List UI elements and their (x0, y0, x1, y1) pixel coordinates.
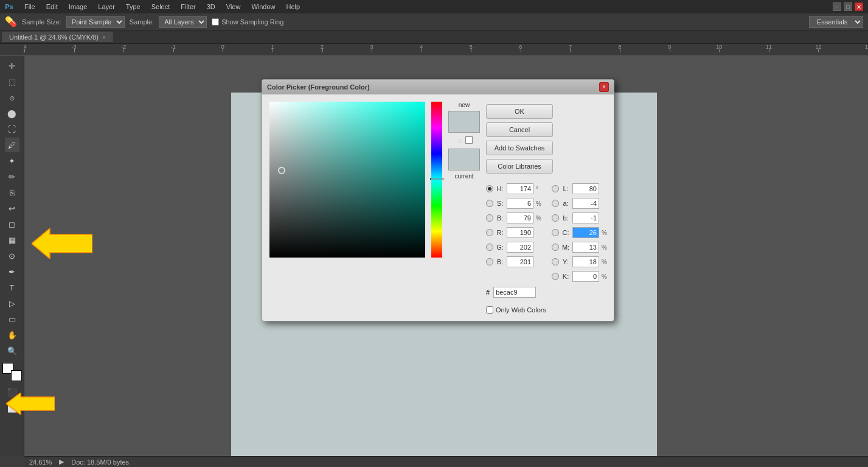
s-label: S: (496, 200, 504, 207)
menu-type[interactable]: Type (121, 2, 145, 12)
b3-input-row: b: (552, 211, 610, 225)
maximize-btn[interactable]: □ (844, 2, 852, 11)
c-radio[interactable] (552, 229, 559, 236)
menu-3d[interactable]: 3D (202, 2, 220, 12)
a-value-input[interactable] (572, 198, 599, 209)
m-value-input[interactable] (572, 242, 599, 253)
sample-layers-select[interactable]: All Layers (159, 16, 207, 28)
c-label: C: (561, 229, 570, 236)
b2-radio[interactable] (486, 258, 493, 265)
menu-help[interactable]: Help (282, 2, 305, 12)
brush-tool[interactable]: ✏ (5, 169, 19, 184)
doc-size: Doc: 18.5M/0 bytes (71, 458, 129, 466)
c-value-input[interactable] (572, 227, 599, 238)
k-value-input[interactable] (572, 271, 599, 282)
web-colors-row: Only Web Colors (486, 306, 610, 314)
dialog-close-button[interactable]: × (599, 82, 609, 92)
crop-tool[interactable]: ⛶ (5, 122, 19, 136)
document-tab[interactable]: Untitled-1 @ 24.6% (CMYK/8) × (2, 32, 113, 42)
hex-row: # (486, 287, 610, 298)
text-tool[interactable]: T (5, 280, 19, 295)
hue-bar[interactable] (431, 102, 442, 258)
s-value-input[interactable] (507, 198, 533, 209)
menu-select[interactable]: Select (147, 2, 175, 12)
b-value-input[interactable] (507, 212, 533, 223)
sample-size-select[interactable]: Point Sample (66, 16, 125, 28)
show-sampling-ring-checkbox[interactable] (212, 18, 219, 26)
ok-button[interactable]: OK (486, 104, 553, 119)
pen-tool[interactable]: ✒ (5, 264, 19, 279)
r-value-input[interactable] (507, 227, 533, 238)
color-swatches[interactable] (2, 363, 22, 381)
menu-file[interactable]: File (19, 2, 40, 12)
h-value-input[interactable] (507, 183, 533, 194)
workspace-select[interactable]: Essentials (809, 16, 863, 28)
g-radio[interactable] (486, 244, 493, 251)
history-tool[interactable]: ↩ (5, 201, 19, 216)
spectrum-cursor (278, 167, 285, 174)
h-input-row: H: ° (486, 182, 544, 195)
b3-radio[interactable] (552, 214, 559, 222)
quick-select-tool[interactable]: ⬤ (5, 106, 19, 121)
r-radio[interactable] (486, 229, 493, 236)
g-label: G: (496, 244, 504, 251)
add-to-swatches-button[interactable]: Add to Swatches (486, 141, 553, 155)
marquee-tool[interactable]: ⬚ (5, 74, 19, 89)
menu-image[interactable]: Image (64, 2, 92, 12)
g-value-input[interactable] (507, 242, 533, 253)
clone-tool[interactable]: ⎘ (5, 185, 19, 200)
gamut-warning-icon[interactable]: ⚠ (456, 136, 464, 145)
current-color-swatch (448, 149, 480, 170)
menu-layer[interactable]: Layer (93, 2, 120, 12)
y-value-input[interactable] (572, 256, 599, 267)
document-tab-close[interactable]: × (102, 34, 106, 41)
color-picker-dialog: Color Picker (Foreground Color) × new ⚠ … (262, 79, 614, 321)
move-tool[interactable]: ✛ (5, 58, 19, 73)
zoom-tool[interactable]: 🔍 (5, 343, 19, 358)
b3-value-input[interactable] (572, 212, 599, 223)
lasso-tool[interactable]: ⌾ (5, 90, 19, 105)
only-web-colors-checkbox[interactable] (486, 306, 493, 314)
a-radio[interactable] (552, 200, 559, 207)
b-label: B: (496, 214, 504, 222)
background-color[interactable] (11, 370, 22, 381)
b3-label: b: (561, 214, 570, 222)
path-select-tool[interactable]: ▷ (5, 296, 19, 311)
s-radio[interactable] (486, 200, 493, 207)
h-radio[interactable] (486, 185, 493, 192)
hand-tool[interactable]: ✋ (5, 328, 19, 342)
cancel-button[interactable]: Cancel (486, 122, 553, 137)
menu-view[interactable]: View (221, 2, 246, 12)
y-radio[interactable] (552, 258, 559, 265)
k-radio[interactable] (552, 273, 559, 280)
menu-filter[interactable]: Filter (176, 2, 200, 12)
dialog-body: new ⚠ current OK Cancel Add to Swatches … (262, 94, 614, 321)
y-unit: % (602, 259, 610, 265)
eraser-tool[interactable]: ◻ (5, 217, 19, 231)
color-spectrum[interactable] (269, 102, 425, 258)
menu-edit[interactable]: Edit (41, 2, 63, 12)
sample-label: Sample: (130, 18, 154, 26)
r-label: R: (496, 229, 504, 236)
hex-label: # (486, 289, 490, 296)
color-libraries-button[interactable]: Color Libraries (486, 159, 553, 174)
b-radio[interactable] (486, 214, 493, 222)
eyedropper-tool[interactable]: 🖊 (5, 138, 19, 152)
g-input-row: G: (486, 241, 544, 254)
healing-tool[interactable]: ✦ (5, 153, 19, 168)
dodge-tool[interactable]: ⊙ (5, 248, 19, 263)
r-input-row: R: (486, 226, 544, 239)
gamut-warning-icons: ⚠ (456, 136, 473, 145)
close-btn[interactable]: ✕ (855, 2, 863, 11)
show-sampling-ring-label[interactable]: Show Sampling Ring (212, 18, 283, 26)
minimize-btn[interactable]: − (833, 2, 841, 11)
shape-tool[interactable]: ▭ (5, 312, 19, 326)
hex-input[interactable] (493, 287, 536, 298)
l-radio[interactable] (552, 185, 559, 192)
l-value-input[interactable] (572, 183, 599, 194)
gradient-tool[interactable]: ▦ (5, 233, 19, 247)
current-color-label: current (454, 173, 473, 180)
b2-value-input[interactable] (507, 256, 533, 267)
m-radio[interactable] (552, 244, 559, 251)
menu-window[interactable]: Window (246, 2, 280, 12)
